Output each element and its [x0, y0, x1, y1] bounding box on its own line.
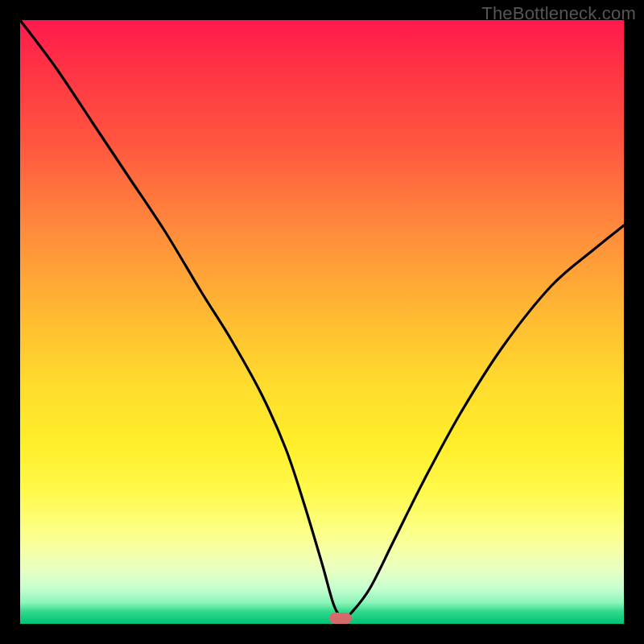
watermark-text: TheBottleneck.com [481, 3, 636, 24]
minimum-marker [329, 613, 352, 624]
chart-frame: TheBottleneck.com [0, 0, 644, 644]
plot-area [20, 20, 624, 624]
bottleneck-curve [20, 20, 624, 624]
